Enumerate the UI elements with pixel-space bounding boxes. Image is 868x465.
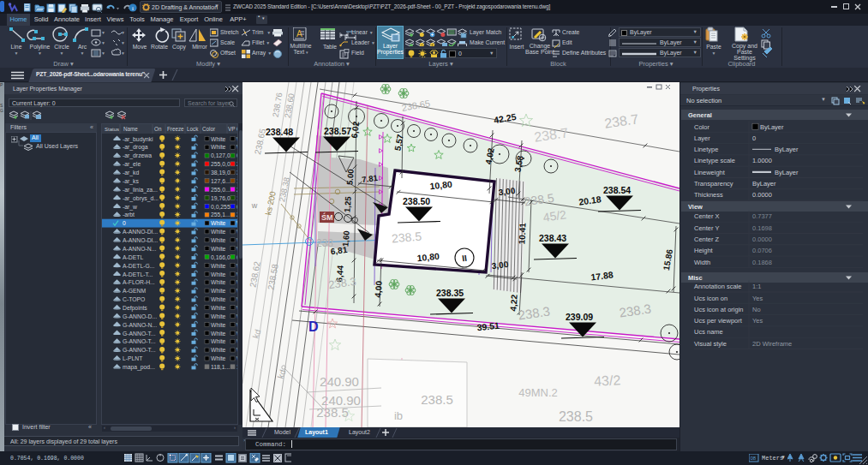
svg-text:2D Wireframe: 2D Wireframe (752, 340, 792, 348)
svg-text:19,76,0: 19,76,0 (211, 195, 230, 201)
svg-text:Status: Status (105, 127, 119, 132)
svg-text:127,6...: 127,6... (211, 178, 230, 184)
svg-text:View: View (688, 203, 703, 211)
svg-text:White: White (211, 313, 226, 319)
svg-text:0: 0 (752, 134, 756, 142)
svg-text:1.0000: 1.0000 (752, 157, 772, 164)
svg-text:A-ANNO-N...: A-ANNO-N... (123, 246, 156, 252)
svg-text:General: General (688, 111, 712, 119)
svg-text:Yes: Yes (752, 317, 763, 325)
svg-text:White: White (211, 279, 226, 285)
svg-text:238.5: 238.5 (391, 230, 422, 246)
svg-text:238.7: 238.7 (603, 111, 639, 130)
svg-text:238.38: 238.38 (277, 176, 291, 203)
svg-text:238.35: 238.35 (436, 288, 464, 298)
svg-text:-ar_ks: -ar_ks (123, 178, 139, 185)
svg-text:5.00: 5.00 (344, 169, 356, 185)
svg-text:0,166,0: 0,166,0 (211, 254, 230, 260)
svg-text:G-ANNO-T...: G-ANNO-T... (123, 347, 156, 353)
svg-text:White: White (211, 347, 226, 353)
svg-text:238.76: 238.76 (271, 92, 284, 118)
svg-text:White: White (211, 338, 226, 344)
svg-text:kd: kd (276, 368, 288, 379)
svg-text:0.0000: 0.0000 (752, 235, 772, 243)
svg-text:Name: Name (123, 126, 138, 132)
svg-text:-ar_linia_za...: -ar_linia_za... (123, 187, 158, 194)
svg-text:Transparency: Transparency (694, 180, 733, 188)
svg-text:ks 200: ks 200 (263, 190, 278, 216)
svg-text:-ar_budynki: -ar_budynki (123, 136, 153, 143)
svg-text:i: i (132, 5, 134, 12)
svg-text:-ar_w: -ar_w (123, 204, 137, 211)
svg-text:238.58: 238.58 (266, 263, 279, 290)
svg-text:Layer: Layer (694, 134, 710, 142)
svg-text:Ucs icon on: Ucs icon on (694, 295, 727, 302)
svg-text:08: 08 (751, 456, 757, 461)
svg-text:238.5: 238.5 (316, 405, 349, 420)
svg-text:38,19,0: 38,19,0 (211, 170, 230, 176)
svg-text:Color: Color (202, 126, 215, 132)
svg-text:Center Y: Center Y (694, 224, 719, 232)
svg-text:238.57: 238.57 (324, 126, 351, 136)
svg-text:255,0,0: 255,0,0 (211, 161, 230, 167)
svg-text:Center Z: Center Z (694, 235, 720, 243)
svg-text:118,1...: 118,1... (211, 364, 230, 370)
svg-text:Yes: Yes (752, 295, 763, 302)
svg-text:White: White (211, 305, 226, 311)
svg-text:White: White (211, 144, 226, 150)
svg-text:ŚM: ŚM (321, 212, 333, 222)
svg-text:VP C: VP C (228, 126, 238, 132)
svg-text:-ar_ele: -ar_ele (123, 161, 141, 168)
svg-text:Misc: Misc (688, 274, 703, 282)
svg-text:0.0706: 0.0706 (752, 247, 772, 254)
svg-text:Center X: Center X (694, 212, 720, 220)
svg-text:Lock: Lock (187, 126, 199, 132)
svg-text:238.48: 238.48 (266, 127, 293, 137)
svg-text:1:1: 1:1 (752, 283, 761, 290)
svg-text:mapa_pod...: mapa_pod... (123, 364, 155, 371)
svg-text:ByLayer: ByLayer (775, 169, 799, 176)
svg-text:Ucs per viewport: Ucs per viewport (694, 317, 743, 325)
svg-text:White: White (211, 246, 226, 252)
svg-text:1,25: 1,25 (342, 195, 353, 212)
svg-text:White: White (211, 288, 226, 294)
svg-text:L-PLNT: L-PLNT (123, 355, 142, 361)
svg-text:ib: ib (394, 409, 403, 422)
svg-text:Height: Height (694, 247, 714, 254)
svg-text:238.65: 238.65 (253, 128, 267, 156)
svg-text:42.25: 42.25 (493, 111, 517, 125)
svg-text:Freeze: Freeze (167, 126, 184, 132)
svg-text:4,00: 4,00 (373, 280, 384, 298)
svg-text:Width: Width (694, 259, 710, 266)
svg-text:255,1...: 255,1... (211, 212, 230, 218)
svg-text:ByLayer: ByLayer (775, 146, 799, 153)
svg-text:Visual style: Visual style (694, 340, 727, 348)
svg-text:White: White (211, 263, 226, 269)
svg-text:A-DETL: A-DETL (123, 254, 143, 260)
svg-text:White: White (211, 271, 226, 277)
svg-text:White: White (211, 237, 226, 243)
svg-text:Ucs name: Ucs name (694, 328, 723, 336)
svg-text:0.7377: 0.7377 (752, 212, 772, 220)
svg-text:10.41: 10.41 (517, 223, 527, 245)
svg-text:0,0,255: 0,0,255 (211, 204, 230, 210)
svg-text:238.7: 238.7 (533, 125, 569, 144)
svg-text:Thickness: Thickness (694, 191, 723, 199)
svg-text:No: No (752, 306, 761, 313)
svg-text:G-ANNO-D...: G-ANNO-D... (123, 313, 157, 319)
svg-text:On: On (154, 126, 162, 132)
svg-text:238.65: 238.65 (401, 98, 431, 113)
svg-text:White: White (211, 229, 226, 235)
svg-text:43/2: 43/2 (594, 373, 621, 389)
svg-text:Linetype scale: Linetype scale (694, 157, 735, 164)
svg-text:238.5: 238.5 (421, 392, 453, 407)
svg-text:0,127,0: 0,127,0 (211, 152, 230, 158)
svg-text:238.62: 238.62 (248, 260, 261, 288)
svg-text:Linetype: Linetype (694, 146, 718, 153)
svg-text:0.1698: 0.1698 (752, 224, 772, 232)
svg-text:G-ANNO-T...: G-ANNO-T... (123, 338, 156, 344)
svg-text:A-ANNO-DI...: A-ANNO-DI... (123, 237, 158, 243)
svg-text:Annotation scale: Annotation scale (694, 283, 741, 290)
svg-text:w: w (251, 201, 258, 210)
svg-text:0.1868: 0.1868 (752, 259, 772, 266)
